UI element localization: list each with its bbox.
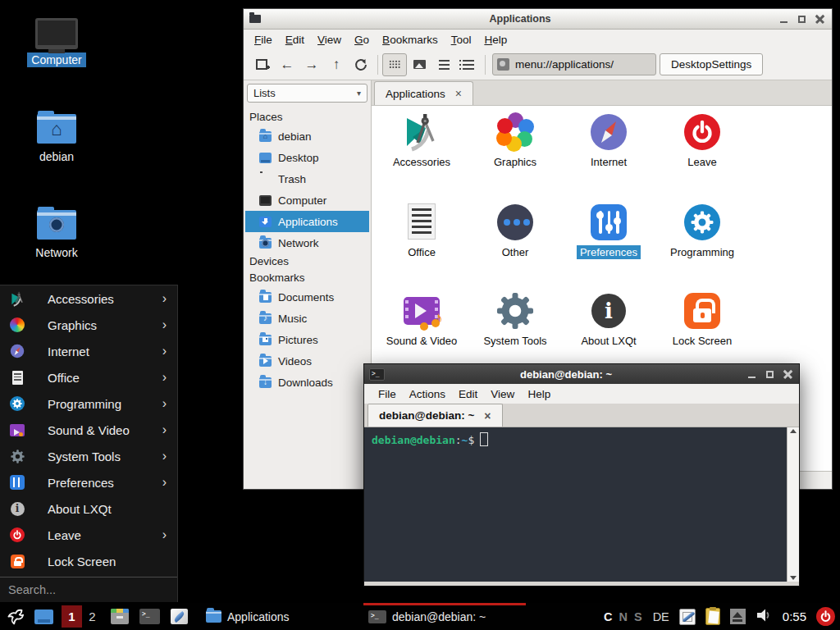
reload-icon[interactable] [349, 53, 373, 76]
grid-item-about-lxqt[interactable]: About LXQt [562, 291, 655, 348]
desktop-icon-debian[interactable]: ⌂ debian [11, 114, 102, 164]
grid-item-other[interactable]: Other [468, 203, 562, 259]
grid-item-office[interactable]: Office [375, 203, 468, 259]
desktop-icon-label: Computer [27, 52, 85, 67]
sound-video-icon: ♪ [402, 291, 441, 331]
screenshot-tray-icon[interactable] [679, 609, 696, 625]
grid-item-leave[interactable]: Leave [655, 112, 749, 169]
sidebar-item-computer[interactable]: Computer [245, 189, 369, 211]
sidebar-item-documents[interactable]: Documents [245, 286, 369, 308]
menu-item-lock-screen[interactable]: Lock Screen [0, 548, 177, 574]
back-icon[interactable]: ← [275, 53, 299, 76]
fm-menu-bookmarks[interactable]: Bookmarks [376, 32, 445, 48]
menu-item-accessories[interactable]: Accessories › [0, 285, 177, 312]
menu-item-about-lxqt[interactable]: About LXQt [0, 495, 177, 522]
menu-item-sound-video[interactable]: Sound & Video › [0, 417, 177, 443]
sidebar-item-applications[interactable]: Applications [245, 211, 369, 232]
grid-item-system-tools[interactable]: System Tools [468, 291, 562, 348]
sidebar-item-videos[interactable]: Videos [245, 350, 369, 372]
fm-menu-edit[interactable]: Edit [279, 32, 311, 48]
sidebar-item-trash[interactable]: Trash [245, 168, 369, 189]
grid-item-internet[interactable]: Internet [562, 112, 655, 169]
grid-item-preferences[interactable]: Preferences [562, 203, 655, 259]
menu-item-graphics[interactable]: Graphics › [0, 312, 177, 338]
sidebar-item-network[interactable]: Network [245, 232, 369, 253]
task-button-applications[interactable]: Applications [201, 603, 363, 630]
sidebar-item-music[interactable]: ♪ Music [245, 308, 369, 329]
fm-titlebar[interactable]: Applications [244, 9, 832, 30]
menu-item-system-tools[interactable]: System Tools › [0, 443, 177, 469]
minimize-icon[interactable] [779, 15, 788, 24]
address-bar[interactable]: menu://applications/ [492, 53, 656, 75]
keyboard-layout-indicator[interactable]: DE [653, 610, 669, 623]
compact-view-button[interactable] [431, 53, 456, 76]
menu-item-internet[interactable]: Internet › [0, 338, 177, 364]
clipboard-tray-icon[interactable] [705, 608, 720, 625]
fm-menu-help[interactable]: Help [477, 32, 514, 48]
tab-close-icon[interactable]: × [455, 87, 462, 100]
desktop-settings-button[interactable]: DesktopSettings [660, 53, 763, 75]
grid-item-lock-screen[interactable]: Lock Screen [655, 291, 749, 348]
scroll-up-icon[interactable] [790, 429, 797, 433]
icon-view-button[interactable] [382, 53, 407, 76]
terminal-launcher[interactable] [139, 609, 160, 624]
sidebar-item-desktop[interactable]: Desktop [245, 147, 369, 168]
fm-menu-view[interactable]: View [311, 32, 348, 48]
tab-close-icon[interactable]: × [484, 409, 491, 422]
term-menu-file[interactable]: File [372, 386, 403, 402]
grid-item-graphics[interactable]: Graphics [468, 112, 562, 169]
grid-item-programming[interactable]: Programming [655, 203, 749, 259]
sidebar-item-home[interactable]: ⌂ debian [245, 126, 369, 147]
maximize-icon[interactable] [765, 370, 774, 379]
term-menu-edit[interactable]: Edit [452, 386, 484, 402]
workspace-2-button[interactable]: 2 [82, 605, 103, 628]
up-icon[interactable]: ↑ [324, 53, 349, 76]
terminal-scrollbar[interactable] [787, 427, 799, 582]
grid-item-accessories[interactable]: Accessories [375, 112, 468, 169]
close-icon[interactable] [783, 370, 792, 379]
sidebar-item-downloads[interactable]: ↓ Downloads [245, 372, 369, 393]
desktop-icon-network[interactable]: Network [11, 210, 102, 260]
task-button-terminal[interactable]: debian@debian: ~ [363, 603, 526, 630]
pictures-folder-icon [259, 335, 272, 345]
toolbar-separator [485, 55, 486, 75]
graphics-icon [495, 112, 535, 152]
new-tab-icon[interactable] [250, 53, 275, 76]
term-menu-help[interactable]: Help [521, 386, 557, 402]
desktop-icon-computer[interactable]: Computer [11, 18, 102, 67]
detailed-view-button[interactable] [456, 53, 481, 76]
show-desktop-button[interactable] [34, 609, 53, 624]
close-icon[interactable] [815, 15, 824, 24]
menu-item-preferences[interactable]: Preferences › [0, 469, 177, 495]
fm-menu-file[interactable]: File [248, 32, 279, 48]
menu-item-programming[interactable]: Programming › [0, 390, 177, 417]
terminal-titlebar[interactable]: debian@debian: ~ [364, 364, 799, 384]
featherpad-launcher[interactable] [171, 609, 188, 624]
grid-item-sound-video[interactable]: ♪ Sound & Video [375, 291, 468, 348]
removable-media-icon[interactable] [730, 609, 746, 624]
thumbnail-view-button[interactable] [407, 53, 431, 76]
sidebar-item-pictures[interactable]: Pictures [245, 329, 369, 350]
terminal-tab[interactable]: debian@debian: ~ × [368, 404, 503, 427]
menu-item-leave[interactable]: Leave › [0, 522, 177, 548]
fm-menu-tool[interactable]: Tool [445, 32, 478, 48]
fm-menu-go[interactable]: Go [348, 32, 376, 48]
minimize-icon[interactable] [747, 370, 756, 379]
scroll-down-icon[interactable] [790, 576, 797, 580]
volume-icon[interactable] [756, 607, 772, 627]
menu-item-office[interactable]: Office › [0, 364, 177, 390]
term-menu-actions[interactable]: Actions [403, 386, 452, 402]
file-manager-launcher[interactable] [111, 609, 129, 624]
maximize-icon[interactable] [797, 15, 806, 24]
forward-icon[interactable]: → [299, 53, 324, 76]
clock[interactable]: 0:55 [783, 609, 806, 623]
bookmarks-header: Bookmarks [245, 270, 369, 286]
workspace-1-button[interactable]: 1 [62, 605, 82, 628]
tab-applications[interactable]: Applications × [374, 81, 473, 105]
power-button[interactable] [816, 607, 835, 626]
sidebar-mode-combo[interactable]: Lists ▾ [247, 84, 368, 103]
terminal-output[interactable]: debian@debian:~$ [364, 427, 799, 582]
lxqt-menu-button[interactable] [5, 607, 25, 627]
menu-search-input[interactable]: Search... [0, 577, 177, 601]
term-menu-view[interactable]: View [484, 386, 521, 402]
